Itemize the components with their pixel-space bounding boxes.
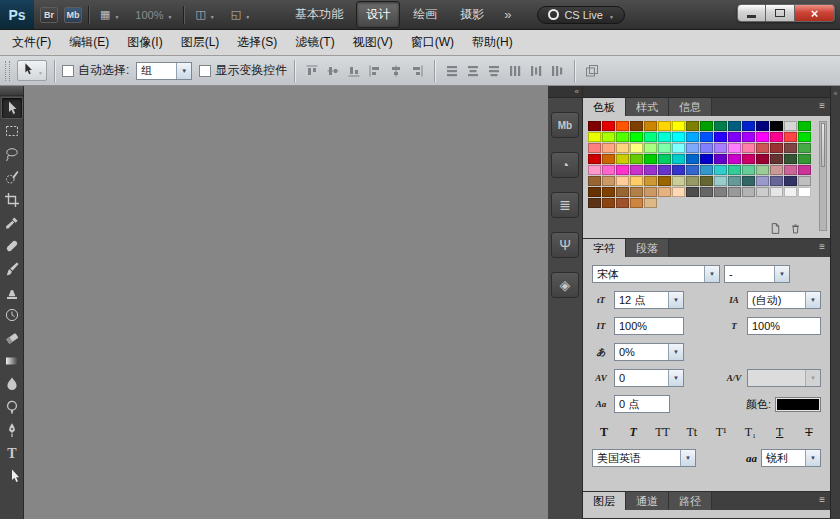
cs-live-button[interactable]: CS Live: [537, 6, 624, 24]
menu-item[interactable]: 窗口(W): [402, 30, 463, 55]
swatch[interactable]: [700, 143, 713, 153]
swatch[interactable]: [588, 132, 601, 142]
swatch[interactable]: [728, 143, 741, 153]
minimize-button[interactable]: [737, 4, 766, 22]
swatch[interactable]: [798, 121, 811, 131]
horizontal-scale-input[interactable]: 100%: [747, 317, 821, 335]
swatch[interactable]: [728, 132, 741, 142]
swatch[interactable]: [756, 154, 769, 164]
leading-select[interactable]: (自动): [747, 291, 821, 309]
menu-item[interactable]: 选择(S): [228, 30, 286, 55]
swatch[interactable]: [756, 165, 769, 175]
swatch[interactable]: [700, 132, 713, 142]
swatch[interactable]: [658, 187, 671, 197]
swatch[interactable]: [644, 154, 657, 164]
swatch[interactable]: [728, 165, 741, 175]
swatch[interactable]: [658, 132, 671, 142]
font-style-select[interactable]: -: [724, 265, 790, 283]
move-tool[interactable]: [1, 97, 23, 119]
swatch[interactable]: [756, 121, 769, 131]
arrange-documents-button[interactable]: ◫: [190, 7, 219, 23]
swatch[interactable]: [616, 154, 629, 164]
swatch[interactable]: [672, 121, 685, 131]
zoom-level-button[interactable]: 100%: [130, 7, 177, 23]
swatch[interactable]: [644, 187, 657, 197]
swatch[interactable]: [588, 165, 601, 175]
swatch[interactable]: [616, 187, 629, 197]
align-top-edges-button[interactable]: [302, 61, 322, 80]
swatch[interactable]: [714, 143, 727, 153]
swatch[interactable]: [672, 132, 685, 142]
screen-mode-button[interactable]: ◱: [226, 7, 255, 23]
drag-grip[interactable]: [5, 61, 10, 81]
small-caps-button[interactable]: Tt: [682, 424, 702, 441]
panel-menu-icon[interactable]: ≡: [819, 495, 825, 505]
swatch[interactable]: [658, 143, 671, 153]
swatch[interactable]: [644, 176, 657, 186]
baseline-shift-input[interactable]: 0 点: [614, 395, 670, 413]
clone-source-panel-button[interactable]: Ψ: [551, 232, 579, 258]
swatches-tab[interactable]: 样式: [626, 98, 669, 116]
swatch[interactable]: [770, 143, 783, 153]
dodge-tool[interactable]: [1, 396, 23, 418]
swatch[interactable]: [658, 165, 671, 175]
swatch[interactable]: [616, 121, 629, 131]
swatch[interactable]: [644, 132, 657, 142]
expand-panels-icon[interactable]: «: [575, 88, 579, 96]
swatch[interactable]: [630, 132, 643, 142]
clone-stamp-tool[interactable]: [1, 281, 23, 303]
swatch[interactable]: [742, 154, 755, 164]
swatch[interactable]: [686, 132, 699, 142]
swatch[interactable]: [588, 176, 601, 186]
swatch[interactable]: [770, 154, 783, 164]
swatch[interactable]: [714, 176, 727, 186]
swatch[interactable]: [658, 121, 671, 131]
view-extras-button[interactable]: ▦: [95, 7, 124, 23]
superscript-button[interactable]: T¹: [711, 424, 731, 441]
distribute-left-edges-button[interactable]: [505, 61, 525, 80]
menu-item[interactable]: 帮助(H): [463, 30, 522, 55]
swatch[interactable]: [742, 165, 755, 175]
swatch[interactable]: [602, 187, 615, 197]
swatch[interactable]: [798, 143, 811, 153]
swatch[interactable]: [770, 176, 783, 186]
launch-bridge-button[interactable]: Br: [40, 7, 58, 23]
auto-select-checkbox[interactable]: 自动选择:: [62, 62, 129, 79]
menu-item[interactable]: 视图(V): [344, 30, 402, 55]
swatch[interactable]: [630, 176, 643, 186]
swatch[interactable]: [798, 176, 811, 186]
swatch[interactable]: [784, 132, 797, 142]
swatch[interactable]: [728, 154, 741, 164]
workspace-button[interactable]: 摄影: [450, 1, 494, 28]
text-color-swatch[interactable]: [775, 397, 821, 412]
swatch[interactable]: [742, 132, 755, 142]
swatch[interactable]: [784, 176, 797, 186]
swatch[interactable]: [630, 143, 643, 153]
align-horizontal-centers-button[interactable]: [386, 61, 406, 80]
swatch[interactable]: [784, 121, 797, 131]
swatch[interactable]: [616, 176, 629, 186]
vertical-scale-input[interactable]: 100%: [614, 317, 684, 335]
swatch[interactable]: [756, 132, 769, 142]
swatch[interactable]: [742, 143, 755, 153]
swatch[interactable]: [742, 121, 755, 131]
swatch[interactable]: [784, 143, 797, 153]
new-swatch-button[interactable]: [769, 222, 782, 235]
all-caps-button[interactable]: TT: [653, 424, 673, 441]
swatch[interactable]: [714, 187, 727, 197]
actions-panel-button[interactable]: ≣: [551, 192, 579, 218]
swatch[interactable]: [602, 176, 615, 186]
blur-tool[interactable]: [1, 373, 23, 395]
auto-select-mode-select[interactable]: 组: [136, 62, 192, 80]
tsume-select[interactable]: 0%: [614, 343, 684, 361]
lasso-tool[interactable]: [1, 143, 23, 165]
swatch[interactable]: [714, 165, 727, 175]
show-transform-checkbox[interactable]: 显示变换控件: [199, 62, 287, 79]
swatch[interactable]: [798, 165, 811, 175]
menu-item[interactable]: 编辑(E): [60, 30, 118, 55]
distribute-bottom-edges-button[interactable]: [484, 61, 504, 80]
swatch[interactable]: [784, 165, 797, 175]
swatch[interactable]: [658, 176, 671, 186]
workspace-overflow-button[interactable]: »: [500, 7, 515, 22]
underline-button[interactable]: T: [770, 424, 790, 441]
